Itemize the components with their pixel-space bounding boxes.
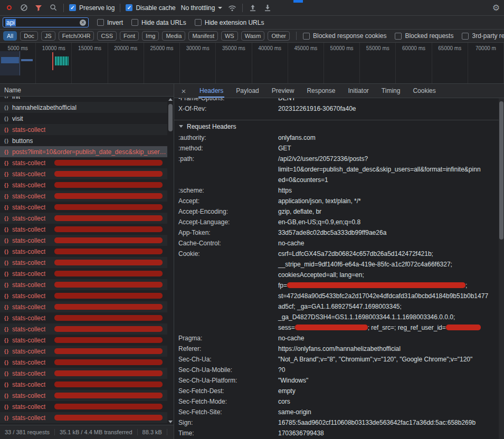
request-row[interactable]: {}stats-collect <box>0 235 167 246</box>
header-value: ?0 <box>278 365 499 375</box>
type-filter-all[interactable]: All <box>3 31 17 41</box>
type-filter-css[interactable]: CSS <box>97 31 117 41</box>
request-name: stats-collect <box>12 281 45 289</box>
request-row[interactable]: {}stats-collect <box>0 224 167 235</box>
request-headers-section[interactable]: Request Headers <box>174 120 499 132</box>
import-har-icon[interactable] <box>248 3 258 13</box>
type-filter-js[interactable]: JS <box>41 31 55 41</box>
request-row[interactable]: {}init <box>0 97 167 102</box>
throttling-label: No throttling <box>181 4 215 12</box>
filter-input[interactable]: api × <box>3 17 89 27</box>
close-icon[interactable]: × <box>178 87 189 96</box>
disable-cache-checkbox[interactable]: Disable cache <box>126 4 175 12</box>
request-row[interactable]: {}hannahelizabethofficial <box>0 102 167 113</box>
scroll-up-icon[interactable] <box>168 98 173 101</box>
request-row[interactable]: {}stats-collect <box>0 335 167 346</box>
details-scrollbar[interactable] <box>499 98 504 439</box>
cookie-line: _ga_D4827DS3H4=GS1.1.1698003344.1.1.1698… <box>278 312 492 322</box>
timeline-overview[interactable]: 5000 ms10000 ms15000 ms20000 ms25000 ms3… <box>0 43 504 84</box>
json-resource-icon: {} <box>4 205 9 210</box>
settings-gear-icon[interactable]: ⚙ <box>492 4 500 12</box>
tick-label: 65000 ms <box>438 45 461 83</box>
header-name: Pragma: <box>174 333 278 343</box>
scrollbar-thumb[interactable] <box>499 101 503 240</box>
header-name: Sec-Ch-Ua: <box>174 354 278 365</box>
name-column-header[interactable]: Name <box>0 84 174 97</box>
request-row[interactable]: {}stats-collect <box>0 202 167 213</box>
request-row[interactable]: {}stats-collect <box>0 379 167 390</box>
filter-checkbox[interactable]: Blocked requests <box>395 32 453 40</box>
type-filter-ws[interactable]: WS <box>221 31 238 41</box>
clear-filter-icon[interactable]: × <box>80 20 86 26</box>
request-row[interactable]: {}stats-collect <box>0 157 167 168</box>
hide-extension-urls-checkbox[interactable]: Hide extension URLs <box>195 19 264 26</box>
type-filter-media[interactable]: Media <box>162 31 185 41</box>
search-icon[interactable] <box>49 3 58 13</box>
request-row[interactable]: {}stats-collect <box>0 346 167 357</box>
header-value: application/json, text/plain, */* <box>278 196 499 206</box>
request-name: buttons <box>12 137 33 145</box>
request-row[interactable]: {}stats-collect <box>0 368 167 379</box>
load-event-marker <box>52 52 53 70</box>
tab-headers[interactable]: Headers <box>193 84 230 98</box>
request-row[interactable]: {}stats-collect <box>0 279 167 290</box>
request-row[interactable]: {}stats-collect <box>0 168 167 179</box>
header-row: Sec-Fetch-Mode:cors <box>174 396 499 407</box>
network-conditions-icon[interactable] <box>227 3 237 13</box>
hide-data-urls-checkbox[interactable]: Hide data URLs <box>131 19 186 26</box>
preserve-log-checkbox[interactable]: Preserve log <box>69 4 115 12</box>
request-row[interactable]: {}stats-collect <box>0 390 167 401</box>
throttling-dropdown[interactable]: No throttling <box>181 4 223 12</box>
filter-checkbox[interactable]: 3rd-party requests <box>462 32 504 40</box>
request-row[interactable]: {}stats-collect <box>0 312 167 323</box>
request-row[interactable]: {}stats-collect <box>0 412 167 423</box>
tab-payload[interactable]: Payload <box>230 84 265 98</box>
filter-icon[interactable] <box>34 3 43 13</box>
request-row[interactable]: {}stats-collect <box>0 213 167 224</box>
request-row[interactable]: {}stats-collect <box>0 179 167 190</box>
tab-cookies[interactable]: Cookies <box>406 84 442 98</box>
tab-timing[interactable]: Timing <box>375 84 407 98</box>
type-filter-bar: AllDocJSFetch/XHRCSSFontImgMediaManifest… <box>0 30 504 43</box>
request-row[interactable]: {}stats-collect <box>0 357 167 368</box>
tick-label: 35000 ms <box>222 45 245 83</box>
record-icon[interactable] <box>4 3 14 13</box>
tab-initiator[interactable]: Initiator <box>341 84 375 98</box>
redaction-mark <box>295 325 368 330</box>
type-filter-manifest[interactable]: Manifest <box>188 31 218 41</box>
type-filter-wasm[interactable]: Wasm <box>241 31 265 41</box>
request-row[interactable]: {}stats-collect <box>0 190 167 202</box>
tab-preview[interactable]: Preview <box>265 84 301 98</box>
header-name: Time: <box>174 428 278 438</box>
request-row[interactable]: {}stats-collect <box>0 268 167 279</box>
invert-checkbox[interactable]: Invert <box>97 19 123 26</box>
tab-response[interactable]: Response <box>300 84 341 98</box>
request-list-scrollbar[interactable] <box>167 97 174 425</box>
type-filter-other[interactable]: Other <box>268 31 290 41</box>
export-har-icon[interactable] <box>263 3 272 13</box>
request-row[interactable]: {}stats-collect <box>0 124 167 135</box>
request-row[interactable]: {}stats-collect <box>0 323 167 335</box>
redaction-mark <box>446 325 481 330</box>
type-filter-font[interactable]: Font <box>120 31 139 41</box>
request-row[interactable]: {}stats-collect <box>0 301 167 312</box>
request-row[interactable]: {}visit <box>0 113 167 124</box>
type-filter-doc[interactable]: Doc <box>20 31 38 41</box>
request-row[interactable]: {}stats-collect <box>0 401 167 412</box>
type-filter-img[interactable]: Img <box>142 31 159 41</box>
request-row[interactable]: {}buttons <box>0 135 167 146</box>
tick-label: 50000 ms <box>330 45 354 83</box>
tick-label: 25000 ms <box>150 45 174 83</box>
request-name: stats-collect <box>12 292 45 300</box>
clear-icon[interactable] <box>19 3 28 13</box>
request-row[interactable]: {}stats-collect <box>0 290 167 301</box>
json-resource-icon: {} <box>4 393 9 398</box>
request-row[interactable]: {}stats-collect <box>0 246 167 257</box>
request-row[interactable]: {}stats-collect <box>0 257 167 268</box>
request-row[interactable]: {}posts?limit=10&order=publish_date_desc… <box>0 146 167 157</box>
scroll-down-icon[interactable] <box>168 421 173 423</box>
scrollbar-thumb[interactable] <box>168 104 173 131</box>
type-filter-fetch-xhr[interactable]: Fetch/XHR <box>59 31 94 41</box>
filter-checkbox[interactable]: Blocked response cookies <box>303 32 386 40</box>
request-name: stats-collect <box>12 359 45 366</box>
